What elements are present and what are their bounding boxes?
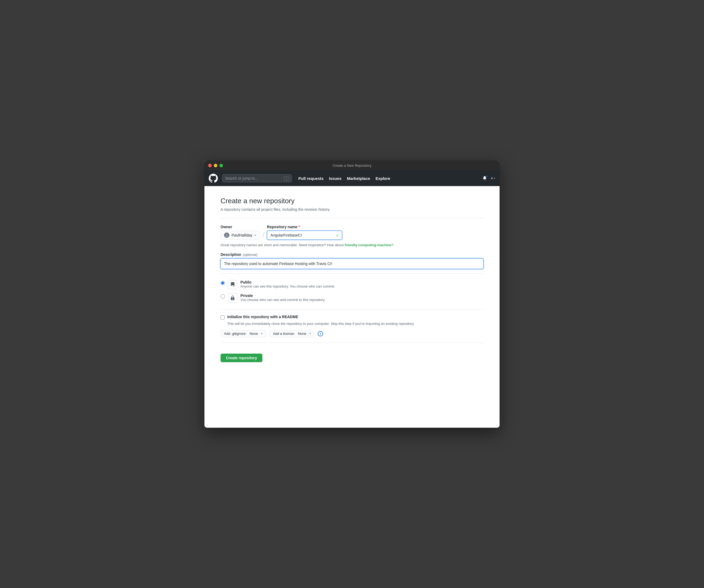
- repo-name-input[interactable]: [267, 231, 342, 240]
- main-content: Create a new repository A repository con…: [204, 186, 500, 428]
- create-divider: [221, 342, 483, 343]
- private-desc: You choose who can see and commit to thi…: [240, 298, 326, 302]
- public-option: Public Anyone can see this repository. Y…: [221, 280, 483, 289]
- svg-point-0: [226, 233, 228, 236]
- repo-name-label: Repository name *: [267, 225, 342, 229]
- gitignore-dropdown[interactable]: Add .gitignore: None ▾: [221, 330, 266, 337]
- description-label: Description: [221, 252, 241, 257]
- dropdown-row: Add .gitignore: None ▾ Add a license: No…: [221, 330, 483, 337]
- private-text: Private You choose who can see and commi…: [240, 293, 326, 302]
- page-title: Create a new repository: [221, 197, 483, 205]
- private-icon: [228, 293, 237, 303]
- init-section: Initialize this repository with a README…: [221, 315, 483, 337]
- description-label-row: Description (optional): [221, 252, 483, 257]
- required-star: *: [299, 225, 300, 229]
- search-bar[interactable]: Search or jump to... /: [222, 174, 292, 182]
- license-chevron-icon: ▾: [309, 332, 311, 335]
- close-button[interactable]: [208, 164, 212, 167]
- repo-name-input-wrap: ✓: [267, 231, 342, 240]
- owner-select[interactable]: PaulHalliday ▾: [221, 231, 260, 240]
- gitignore-chevron-icon: ▾: [261, 332, 262, 335]
- window-controls: [208, 164, 223, 167]
- inspiration-text: Great repository names are short and mem…: [221, 243, 483, 247]
- public-radio[interactable]: [221, 281, 225, 285]
- nav-marketplace[interactable]: Marketplace: [347, 176, 370, 181]
- private-label: Private: [240, 293, 326, 298]
- create-repository-button[interactable]: Create repository: [221, 354, 262, 362]
- nav-explore[interactable]: Explore: [375, 176, 390, 181]
- new-item-button[interactable]: + ▾: [491, 176, 495, 181]
- slash-separator: /: [262, 232, 264, 239]
- owner-name: PaulHalliday: [232, 233, 252, 237]
- owner-field-group: Owner PaulHalliday ▾: [221, 225, 260, 240]
- private-radio[interactable]: [221, 294, 225, 299]
- navbar: Search or jump to... / Pull requests Iss…: [204, 170, 500, 186]
- init-divider: [221, 309, 483, 309]
- notifications-button[interactable]: [483, 176, 487, 181]
- license-dropdown[interactable]: Add a license: None ▾: [270, 330, 314, 337]
- valid-check-icon: ✓: [336, 233, 339, 238]
- title-divider: [221, 218, 483, 218]
- info-icon[interactable]: i: [318, 331, 323, 336]
- public-text: Public Anyone can see this repository. Y…: [240, 280, 335, 288]
- search-kbd: /: [284, 176, 289, 181]
- nav-pull-requests[interactable]: Pull requests: [298, 176, 324, 181]
- minimize-button[interactable]: [214, 164, 217, 167]
- owner-chevron-icon: ▾: [254, 233, 256, 237]
- owner-label: Owner: [221, 225, 260, 229]
- private-option: Private You choose who can see and commi…: [221, 293, 483, 303]
- nav-right: + ▾: [483, 176, 495, 181]
- owner-avatar: [224, 232, 229, 238]
- public-desc: Anyone can see this repository. You choo…: [240, 284, 335, 288]
- init-checkbox[interactable]: [221, 316, 225, 320]
- search-placeholder: Search or jump to...: [225, 176, 282, 180]
- nav-links: Pull requests Issues Marketplace Explore: [298, 176, 390, 181]
- init-row: Initialize this repository with a README: [221, 315, 483, 320]
- nav-issues[interactable]: Issues: [329, 176, 342, 181]
- page-subtitle: A repository contains all project files,…: [221, 207, 483, 212]
- owner-repo-row: Owner PaulHalliday ▾ / Reposit: [221, 225, 483, 240]
- description-optional: (optional): [243, 253, 257, 257]
- visibility-divider: [221, 273, 483, 274]
- titlebar: Create a New Repository: [204, 160, 500, 170]
- app-window: Create a New Repository Search or jump t…: [204, 160, 500, 428]
- init-label: Initialize this repository with a README: [227, 315, 298, 319]
- description-input[interactable]: [221, 258, 483, 269]
- notification-dot: [485, 175, 488, 177]
- window-title: Create a New Repository: [333, 163, 371, 167]
- public-icon: [228, 280, 237, 289]
- public-label: Public: [240, 280, 335, 284]
- init-desc: This will let you immediately clone the …: [227, 322, 483, 326]
- visibility-section: Public Anyone can see this repository. Y…: [221, 280, 483, 303]
- repo-name-field-group: Repository name * ✓: [267, 225, 342, 240]
- maximize-button[interactable]: [220, 164, 223, 167]
- github-logo-icon[interactable]: [209, 174, 218, 183]
- inspiration-link[interactable]: friendly-computing-machine: [345, 243, 392, 247]
- chevron-down-icon: ▾: [494, 177, 495, 180]
